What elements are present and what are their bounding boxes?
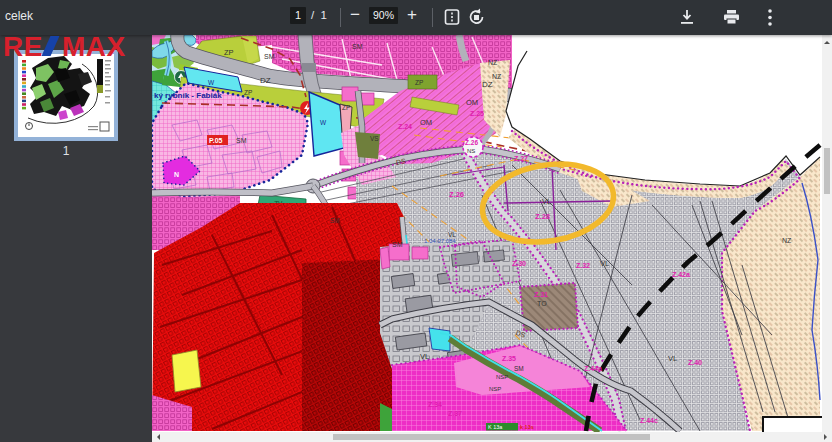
- svg-text:Z.35: Z.35: [502, 355, 516, 362]
- svg-text:W: W: [208, 79, 215, 86]
- svg-text:K 13a: K 13a: [488, 424, 503, 430]
- svg-text:W: W: [320, 119, 327, 126]
- svg-text:OM: OM: [466, 98, 478, 107]
- svg-text:N: N: [174, 171, 179, 178]
- svg-text:1.04.07.084: 1.04.07.084: [424, 238, 456, 244]
- svg-text:ZP: ZP: [415, 79, 423, 86]
- svg-text:NSP: NSP: [489, 386, 501, 392]
- svg-text:Z.26: Z.26: [449, 190, 464, 199]
- svg-text:VL: VL: [420, 352, 429, 361]
- svg-text:Z.26: Z.26: [465, 139, 478, 146]
- svg-text:Z.31: Z.31: [534, 291, 548, 298]
- svg-text:Z.27: Z.27: [514, 155, 528, 162]
- svg-text:k 13s: k 13s: [520, 424, 534, 430]
- svg-text:Z.44c: Z.44c: [640, 417, 658, 424]
- svg-text:OM: OM: [420, 118, 432, 127]
- svg-text:SM: SM: [392, 241, 403, 248]
- svg-text:NZ: NZ: [782, 237, 792, 244]
- svg-text:Z.25: Z.25: [470, 110, 484, 117]
- svg-text:DZ: DZ: [482, 80, 493, 89]
- svg-text:ZP: ZP: [224, 48, 234, 57]
- svg-text:P.05: P.05: [209, 137, 223, 144]
- svg-text:NS: NS: [467, 148, 475, 154]
- svg-text:VL: VL: [542, 197, 551, 206]
- svg-text:VS: VS: [370, 135, 379, 142]
- svg-text:SM: SM: [236, 137, 247, 144]
- svg-text:NSP: NSP: [496, 374, 508, 380]
- svg-text:Z.42a: Z.42a: [672, 271, 690, 278]
- svg-text:Z.30: Z.30: [512, 260, 526, 267]
- svg-text:Z.34: Z.34: [428, 401, 442, 408]
- svg-text:TO: TO: [537, 300, 547, 307]
- svg-text:Z.24: Z.24: [398, 123, 412, 130]
- svg-text:NZ: NZ: [488, 59, 498, 66]
- svg-text:Z.32: Z.32: [576, 262, 590, 269]
- svg-text:SM: SM: [264, 53, 275, 60]
- svg-text:DZ: DZ: [260, 76, 271, 85]
- svg-text:VL: VL: [668, 354, 677, 363]
- svg-text:Z.37: Z.37: [448, 410, 462, 417]
- svg-text:ZP: ZP: [244, 89, 252, 96]
- svg-text:SM: SM: [352, 43, 363, 50]
- svg-text:ZP: ZP: [342, 104, 350, 111]
- svg-text:NZ: NZ: [492, 73, 502, 80]
- svg-text:Z.28: Z.28: [535, 212, 550, 221]
- svg-text:VL: VL: [600, 259, 609, 268]
- svg-text:ký rybník - Fabiák: ký rybník - Fabiák: [154, 91, 222, 100]
- svg-text:Z.40: Z.40: [688, 359, 702, 366]
- svg-text:SM: SM: [514, 365, 524, 372]
- svg-text:VL: VL: [448, 231, 456, 238]
- svg-text:Z.44a: Z.44a: [584, 365, 602, 372]
- svg-text:SM: SM: [330, 217, 340, 224]
